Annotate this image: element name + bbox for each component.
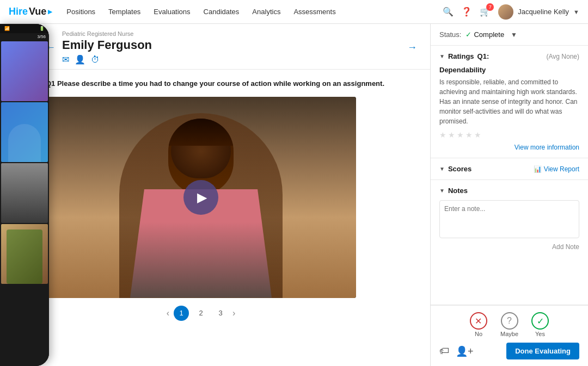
phone-battery-icon: 🔋 [39, 26, 45, 31]
candidate-name: Emily Ferguson [62, 38, 401, 52]
nav-icons: 🔍 ❓ 🛒 7 Jacqueline Kelly ▼ [443, 4, 579, 20]
ratings-title: Ratings [448, 52, 474, 60]
add-note-row: Add Note [439, 243, 579, 251]
notes-input[interactable] [439, 200, 579, 238]
phone-photo-2 [1, 102, 48, 162]
user-name: Jacqueline Kelly [518, 8, 569, 16]
phone-overlay: 📶 🔋 3/56 [0, 24, 49, 366]
star-3[interactable]: ★ [457, 131, 464, 139]
chart-icon: 📊 [534, 165, 542, 173]
history-icon[interactable]: ⏱ [91, 55, 100, 65]
notifications-icon[interactable]: 🛒 7 [480, 7, 491, 17]
nav-evaluations[interactable]: Evaluations [152, 5, 191, 18]
verdict-row: ✕ No ? Maybe ✓ Yes [439, 312, 579, 337]
notes-title-row: ▼ Notes [439, 187, 468, 195]
star-rating[interactable]: ★ ★ ★ ★ ★ [439, 131, 579, 139]
play-button[interactable]: ▶ [183, 180, 218, 215]
user-chevron-icon: ▼ [573, 9, 579, 15]
page-2-button[interactable]: 2 [193, 306, 209, 321]
verdict-maybe-button[interactable]: ? Maybe [500, 312, 518, 337]
candidate-info: Pediatric Registered Nurse Emily Ferguso… [62, 30, 401, 65]
rating-description: Is responsible, reliable, and committed … [439, 77, 579, 126]
verdict-yes-button[interactable]: ✓ Yes [531, 312, 549, 337]
nav-positions[interactable]: Positions [65, 5, 96, 18]
logo-hire: Hire [9, 6, 28, 17]
ratings-question-label: Q1: [477, 52, 489, 60]
notification-badge: 7 [486, 3, 494, 11]
ratings-header: ▼ Ratings Q1: (Avg None) [439, 52, 579, 60]
tag-icon[interactable]: 🏷 [439, 345, 449, 357]
logo-vue: Vue [29, 6, 46, 17]
status-text: Complete [474, 30, 504, 39]
ratings-title-row: ▼ Ratings Q1: [439, 52, 489, 60]
no-icon: ✕ [470, 312, 487, 330]
ratings-section: ▼ Ratings Q1: (Avg None) Dependability I… [431, 46, 588, 158]
notes-header: ▼ Notes [439, 187, 579, 195]
ratings-chevron-icon[interactable]: ▼ [439, 53, 445, 59]
search-icon[interactable]: 🔍 [443, 7, 454, 17]
status-check-icon: ✓ [465, 30, 471, 39]
verdict-no-button[interactable]: ✕ No [470, 312, 487, 337]
star-2[interactable]: ★ [448, 131, 455, 139]
status-bar: Status: ✓ Complete ▼ [431, 24, 588, 46]
user-menu[interactable]: Jacqueline Kelly ▼ [498, 4, 579, 20]
view-report-label: View Report [544, 165, 579, 173]
add-person-icon[interactable]: 👤+ [456, 345, 474, 357]
action-row: 🏷 👤+ Done Evaluating [439, 343, 579, 359]
prev-page-button[interactable]: ‹ [167, 308, 169, 318]
play-icon: ▶ [197, 190, 207, 205]
nav-analytics[interactable]: Analytics [251, 5, 281, 18]
scores-chevron-icon[interactable]: ▼ [439, 166, 445, 172]
app-logo: HireVue ▶ [9, 6, 52, 17]
phone-photo-4 [1, 224, 48, 284]
nav-templates[interactable]: Templates [107, 5, 142, 18]
avatar [498, 4, 513, 20]
phone-screen: 📶 🔋 3/56 [0, 24, 49, 366]
phone-counter: 3/56 [0, 33, 49, 40]
page-3-button[interactable]: 3 [213, 306, 228, 321]
ratings-avg-label: (Avg None) [547, 53, 579, 60]
rating-name: Dependability [439, 66, 579, 74]
view-more-info-link[interactable]: View more information [439, 144, 579, 151]
next-page-button[interactable]: › [232, 308, 235, 318]
status-value: ✓ Complete [465, 30, 504, 39]
scores-section: ▼ Scores 📊 View Report [431, 158, 588, 180]
no-label: No [475, 331, 482, 337]
done-evaluating-button[interactable]: Done Evaluating [506, 343, 579, 359]
video-pagination: ‹ 1 2 3 › [46, 306, 356, 321]
question-text: Q1 Please describe a time you had to cha… [46, 78, 417, 89]
scores-title-row: ▼ Scores [439, 165, 471, 173]
phone-signal-icon: 📶 [4, 26, 10, 31]
star-5[interactable]: ★ [474, 131, 481, 139]
view-report-link[interactable]: 📊 View Report [534, 165, 579, 173]
star-4[interactable]: ★ [465, 131, 473, 139]
candidate-role: Pediatric Registered Nurse [62, 30, 401, 37]
video-section: Q1 Please describe a time you had to cha… [33, 70, 430, 366]
status-label: Status: [439, 30, 461, 39]
action-icons: 🏷 👤+ [439, 345, 474, 357]
add-note-button[interactable]: Add Note [552, 243, 579, 251]
profile-icon[interactable]: 👤 [75, 54, 85, 65]
video-player[interactable]: ▶ [46, 97, 356, 298]
main-layout: ☰ › 🔍 ⇅ ← Pediatric Registered Nurse Emi… [0, 24, 588, 366]
bottom-actions: ✕ No ? Maybe ✓ Yes 🏷 👤+ Done Evaluating [431, 305, 588, 366]
page-1-button[interactable]: 1 [174, 306, 189, 321]
forward-button[interactable]: → [407, 42, 417, 53]
top-navigation: HireVue ▶ Positions Templates Evaluation… [0, 0, 588, 24]
main-content: ← Pediatric Registered Nurse Emily Fergu… [33, 24, 430, 366]
nav-candidates[interactable]: Candidates [203, 5, 241, 18]
status-chevron-icon[interactable]: ▼ [511, 31, 517, 39]
nav-items: Positions Templates Evaluations Candidat… [65, 5, 430, 18]
scores-title: Scores [448, 165, 471, 173]
star-1[interactable]: ★ [439, 131, 446, 139]
notes-chevron-icon[interactable]: ▼ [439, 188, 445, 194]
help-icon[interactable]: ❓ [461, 7, 472, 17]
phone-photo-3 [1, 163, 48, 223]
yes-label: Yes [535, 331, 545, 337]
scores-header: ▼ Scores 📊 View Report [439, 165, 579, 173]
candidate-header: ← Pediatric Registered Nurse Emily Fergu… [33, 24, 430, 70]
maybe-label: Maybe [500, 331, 518, 337]
email-icon[interactable]: ✉ [62, 54, 69, 65]
nav-assessments[interactable]: Assessments [292, 5, 336, 18]
maybe-icon: ? [501, 312, 518, 330]
